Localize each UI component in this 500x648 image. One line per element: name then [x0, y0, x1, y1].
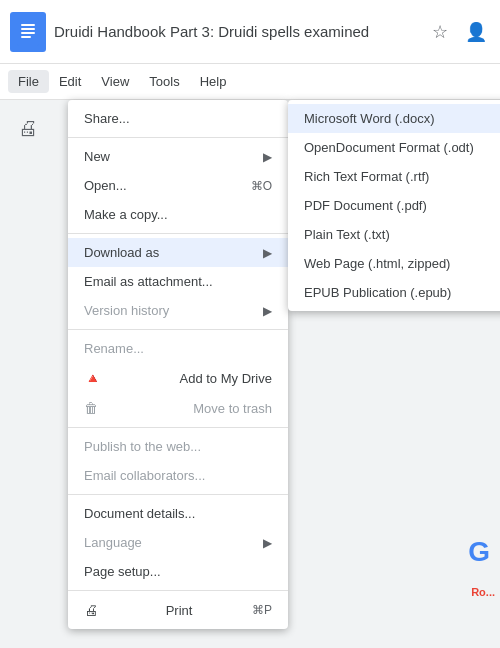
menu-language[interactable]: Language ▶ — [68, 528, 288, 557]
svg-rect-2 — [21, 28, 35, 30]
print-sidebar-icon[interactable]: 🖨 — [10, 110, 46, 146]
download-chevron: ▶ — [263, 246, 272, 260]
top-bar: Druidi Handbook Part 3: Druidi spells ex… — [0, 0, 500, 64]
download-odt[interactable]: OpenDocument Format (.odt) — [288, 133, 500, 162]
divider-6 — [68, 590, 288, 591]
open-shortcut: ⌘O — [251, 179, 272, 193]
menu-email-collaborators[interactable]: Email collaborators... — [68, 461, 288, 490]
language-chevron: ▶ — [263, 536, 272, 550]
new-chevron: ▶ — [263, 150, 272, 164]
avatar-button[interactable]: 👤 — [462, 18, 490, 46]
menu-version-history[interactable]: Version history ▶ — [68, 296, 288, 325]
menu-tools[interactable]: Tools — [139, 70, 189, 93]
menu-file[interactable]: File — [8, 70, 49, 93]
menu-view[interactable]: View — [91, 70, 139, 93]
file-dropdown: Share... New ▶ Open... ⌘O Make a copy...… — [68, 100, 288, 629]
menu-publish[interactable]: Publish to the web... — [68, 432, 288, 461]
menu-email-attachment[interactable]: Email as attachment... — [68, 267, 288, 296]
menu-edit[interactable]: Edit — [49, 70, 91, 93]
trash-icon: 🗑 — [84, 400, 98, 416]
svg-rect-1 — [21, 24, 35, 26]
menu-bar: File Edit View Tools Help — [0, 64, 500, 100]
menu-document-details[interactable]: Document details... — [68, 499, 288, 528]
document-title: Druidi Handbook Part 3: Druidi spells ex… — [54, 23, 418, 40]
menu-new[interactable]: New ▶ — [68, 142, 288, 171]
download-docx[interactable]: Microsoft Word (.docx) — [288, 104, 500, 133]
svg-rect-4 — [21, 36, 31, 38]
print-shortcut: ⌘P — [252, 603, 272, 617]
menu-help[interactable]: Help — [190, 70, 237, 93]
drive-icon: 🔺 — [84, 370, 101, 386]
star-button[interactable]: ☆ — [426, 18, 454, 46]
download-epub[interactable]: EPUB Publication (.epub) — [288, 278, 500, 307]
google-branding: G — [468, 536, 490, 568]
divider-3 — [68, 329, 288, 330]
download-html[interactable]: Web Page (.html, zipped) — [288, 249, 500, 278]
svg-rect-3 — [21, 32, 35, 34]
divider-4 — [68, 427, 288, 428]
divider-2 — [68, 233, 288, 234]
left-sidebar: 🖨 — [0, 100, 56, 146]
menu-add-drive[interactable]: 🔺 Add to My Drive — [68, 363, 288, 393]
logo-text: Ro... — [471, 586, 495, 598]
version-chevron: ▶ — [263, 304, 272, 318]
menu-share[interactable]: Share... — [68, 104, 288, 133]
menu-page-setup[interactable]: Page setup... — [68, 557, 288, 586]
doc-icon — [10, 12, 46, 52]
menu-make-copy[interactable]: Make a copy... — [68, 200, 288, 229]
menu-move-trash[interactable]: 🗑 Move to trash — [68, 393, 288, 423]
menu-download-as[interactable]: Download as ▶ — [68, 238, 288, 267]
download-rtf[interactable]: Rich Text Format (.rtf) — [288, 162, 500, 191]
download-txt[interactable]: Plain Text (.txt) — [288, 220, 500, 249]
print-icon: 🖨 — [84, 602, 98, 618]
download-submenu: Microsoft Word (.docx) OpenDocument Form… — [288, 100, 500, 311]
download-pdf[interactable]: PDF Document (.pdf) — [288, 191, 500, 220]
menu-rename[interactable]: Rename... — [68, 334, 288, 363]
menu-print[interactable]: 🖨 Print ⌘P — [68, 595, 288, 625]
divider-5 — [68, 494, 288, 495]
top-bar-icons: ☆ 👤 — [426, 18, 490, 46]
menu-open[interactable]: Open... ⌘O — [68, 171, 288, 200]
divider-1 — [68, 137, 288, 138]
